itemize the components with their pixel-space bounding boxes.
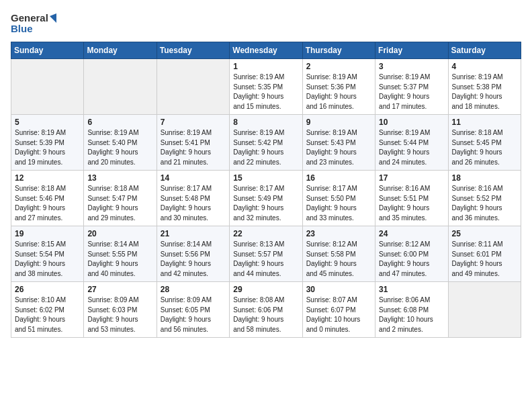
day-info: Sunrise: 8:18 AM Sunset: 5:45 PM Dayligh… xyxy=(452,128,517,167)
calendar-day-cell: 31Sunrise: 8:06 AM Sunset: 6:08 PM Dayli… xyxy=(375,282,448,338)
day-info: Sunrise: 8:19 AM Sunset: 5:41 PM Dayligh… xyxy=(161,128,226,167)
calendar-day-cell: 19Sunrise: 8:15 AM Sunset: 5:54 PM Dayli… xyxy=(11,226,84,282)
day-number: 17 xyxy=(379,173,444,183)
day-number: 21 xyxy=(161,229,226,238)
svg-marker-2 xyxy=(50,13,56,23)
svg-text:General: General xyxy=(11,12,48,24)
day-info: Sunrise: 8:12 AM Sunset: 6:00 PM Dayligh… xyxy=(379,240,444,279)
calendar-day-cell: 20Sunrise: 8:14 AM Sunset: 5:55 PM Dayli… xyxy=(84,226,157,282)
calendar-day-cell: 22Sunrise: 8:13 AM Sunset: 5:57 PM Dayli… xyxy=(230,226,302,282)
page: GeneralBlue SundayMondayTuesdayWednesday… xyxy=(0,0,532,345)
day-info: Sunrise: 8:07 AM Sunset: 6:07 PM Dayligh… xyxy=(306,295,371,334)
calendar-week-row: 26Sunrise: 8:10 AM Sunset: 6:02 PM Dayli… xyxy=(11,282,521,338)
day-info: Sunrise: 8:18 AM Sunset: 5:46 PM Dayligh… xyxy=(15,184,80,223)
day-number: 4 xyxy=(452,62,517,71)
day-of-week-header: Sunday xyxy=(11,42,84,59)
calendar-day-cell: 11Sunrise: 8:18 AM Sunset: 5:45 PM Dayli… xyxy=(448,115,521,171)
day-info: Sunrise: 8:19 AM Sunset: 5:44 PM Dayligh… xyxy=(379,128,444,167)
calendar-day-cell: 9Sunrise: 8:19 AM Sunset: 5:43 PM Daylig… xyxy=(302,115,375,171)
day-info: Sunrise: 8:16 AM Sunset: 5:51 PM Dayligh… xyxy=(379,184,444,223)
day-number: 14 xyxy=(161,173,226,183)
day-info: Sunrise: 8:08 AM Sunset: 6:06 PM Dayligh… xyxy=(233,295,298,334)
day-number: 2 xyxy=(306,62,371,71)
day-number: 8 xyxy=(233,118,298,127)
day-info: Sunrise: 8:10 AM Sunset: 6:02 PM Dayligh… xyxy=(15,295,80,334)
calendar-day-cell xyxy=(11,59,84,115)
day-number: 9 xyxy=(306,118,371,127)
day-number: 13 xyxy=(87,173,152,183)
day-of-week-header: Monday xyxy=(84,42,157,59)
day-number: 29 xyxy=(233,285,298,294)
header: GeneralBlue xyxy=(11,11,521,35)
day-info: Sunrise: 8:19 AM Sunset: 5:37 PM Dayligh… xyxy=(379,73,444,111)
day-info: Sunrise: 8:15 AM Sunset: 5:54 PM Dayligh… xyxy=(15,240,80,279)
calendar-day-cell: 10Sunrise: 8:19 AM Sunset: 5:44 PM Dayli… xyxy=(375,115,448,171)
day-info: Sunrise: 8:11 AM Sunset: 6:01 PM Dayligh… xyxy=(452,240,517,279)
day-info: Sunrise: 8:18 AM Sunset: 5:47 PM Dayligh… xyxy=(87,184,152,223)
calendar-day-cell: 7Sunrise: 8:19 AM Sunset: 5:41 PM Daylig… xyxy=(157,115,229,171)
calendar-day-cell: 2Sunrise: 8:19 AM Sunset: 5:36 PM Daylig… xyxy=(302,59,375,115)
calendar-day-cell: 3Sunrise: 8:19 AM Sunset: 5:37 PM Daylig… xyxy=(375,59,448,115)
day-number: 3 xyxy=(379,62,444,71)
day-info: Sunrise: 8:12 AM Sunset: 5:58 PM Dayligh… xyxy=(306,240,371,279)
calendar-day-cell: 4Sunrise: 8:19 AM Sunset: 5:38 PM Daylig… xyxy=(448,59,521,115)
calendar-day-cell: 13Sunrise: 8:18 AM Sunset: 5:47 PM Dayli… xyxy=(84,171,157,226)
logo: GeneralBlue xyxy=(11,11,56,35)
calendar-day-cell: 5Sunrise: 8:19 AM Sunset: 5:39 PM Daylig… xyxy=(11,115,84,171)
day-number: 26 xyxy=(15,285,80,294)
day-info: Sunrise: 8:13 AM Sunset: 5:57 PM Dayligh… xyxy=(233,240,298,279)
calendar-day-cell: 24Sunrise: 8:12 AM Sunset: 6:00 PM Dayli… xyxy=(375,226,448,282)
calendar-week-row: 1Sunrise: 8:19 AM Sunset: 5:35 PM Daylig… xyxy=(11,59,521,115)
day-info: Sunrise: 8:19 AM Sunset: 5:43 PM Dayligh… xyxy=(306,128,371,167)
day-number: 19 xyxy=(15,229,80,238)
day-info: Sunrise: 8:19 AM Sunset: 5:42 PM Dayligh… xyxy=(233,128,298,167)
day-of-week-header: Thursday xyxy=(302,42,375,59)
day-number: 1 xyxy=(233,62,298,71)
calendar-day-cell: 14Sunrise: 8:17 AM Sunset: 5:48 PM Dayli… xyxy=(157,171,229,226)
calendar-day-cell: 26Sunrise: 8:10 AM Sunset: 6:02 PM Dayli… xyxy=(11,282,84,338)
day-number: 5 xyxy=(15,118,80,127)
day-info: Sunrise: 8:14 AM Sunset: 5:56 PM Dayligh… xyxy=(161,240,226,279)
calendar-day-cell xyxy=(448,282,521,338)
day-info: Sunrise: 8:17 AM Sunset: 5:50 PM Dayligh… xyxy=(306,184,371,223)
calendar-week-row: 12Sunrise: 8:18 AM Sunset: 5:46 PM Dayli… xyxy=(11,171,521,226)
day-info: Sunrise: 8:19 AM Sunset: 5:38 PM Dayligh… xyxy=(452,73,517,111)
day-info: Sunrise: 8:19 AM Sunset: 5:40 PM Dayligh… xyxy=(87,128,152,167)
svg-text:Blue: Blue xyxy=(11,23,33,34)
calendar-table: SundayMondayTuesdayWednesdayThursdayFrid… xyxy=(11,42,521,338)
day-of-week-header: Tuesday xyxy=(157,42,229,59)
day-number: 12 xyxy=(15,173,80,183)
calendar-day-cell: 17Sunrise: 8:16 AM Sunset: 5:51 PM Dayli… xyxy=(375,171,448,226)
day-number: 20 xyxy=(87,229,152,238)
day-number: 24 xyxy=(379,229,444,238)
day-number: 27 xyxy=(87,285,152,294)
calendar-day-cell: 30Sunrise: 8:07 AM Sunset: 6:07 PM Dayli… xyxy=(302,282,375,338)
day-number: 22 xyxy=(233,229,298,238)
day-info: Sunrise: 8:14 AM Sunset: 5:55 PM Dayligh… xyxy=(87,240,152,279)
day-number: 30 xyxy=(306,285,371,294)
calendar-day-cell: 12Sunrise: 8:18 AM Sunset: 5:46 PM Dayli… xyxy=(11,171,84,226)
day-of-week-header: Friday xyxy=(375,42,448,59)
calendar-day-cell: 29Sunrise: 8:08 AM Sunset: 6:06 PM Dayli… xyxy=(230,282,302,338)
day-info: Sunrise: 8:06 AM Sunset: 6:08 PM Dayligh… xyxy=(379,295,444,334)
calendar-day-cell: 28Sunrise: 8:09 AM Sunset: 6:05 PM Dayli… xyxy=(157,282,229,338)
day-info: Sunrise: 8:17 AM Sunset: 5:49 PM Dayligh… xyxy=(233,184,298,223)
day-number: 18 xyxy=(452,173,517,183)
calendar-day-cell: 21Sunrise: 8:14 AM Sunset: 5:56 PM Dayli… xyxy=(157,226,229,282)
day-number: 11 xyxy=(452,118,517,127)
day-info: Sunrise: 8:19 AM Sunset: 5:36 PM Dayligh… xyxy=(306,73,371,111)
calendar-day-cell: 15Sunrise: 8:17 AM Sunset: 5:49 PM Dayli… xyxy=(230,171,302,226)
calendar-day-cell: 27Sunrise: 8:09 AM Sunset: 6:03 PM Dayli… xyxy=(84,282,157,338)
calendar-day-cell: 23Sunrise: 8:12 AM Sunset: 5:58 PM Dayli… xyxy=(302,226,375,282)
day-info: Sunrise: 8:16 AM Sunset: 5:52 PM Dayligh… xyxy=(452,184,517,223)
day-number: 6 xyxy=(87,118,152,127)
day-info: Sunrise: 8:09 AM Sunset: 6:05 PM Dayligh… xyxy=(161,295,226,334)
calendar-week-row: 19Sunrise: 8:15 AM Sunset: 5:54 PM Dayli… xyxy=(11,226,521,282)
calendar-day-cell: 16Sunrise: 8:17 AM Sunset: 5:50 PM Dayli… xyxy=(302,171,375,226)
calendar-day-cell: 25Sunrise: 8:11 AM Sunset: 6:01 PM Dayli… xyxy=(448,226,521,282)
day-info: Sunrise: 8:19 AM Sunset: 5:39 PM Dayligh… xyxy=(15,128,80,167)
day-info: Sunrise: 8:17 AM Sunset: 5:48 PM Dayligh… xyxy=(161,184,226,223)
logo-svg: GeneralBlue xyxy=(11,11,56,35)
calendar-day-cell xyxy=(157,59,229,115)
calendar-day-cell: 1Sunrise: 8:19 AM Sunset: 5:35 PM Daylig… xyxy=(230,59,302,115)
